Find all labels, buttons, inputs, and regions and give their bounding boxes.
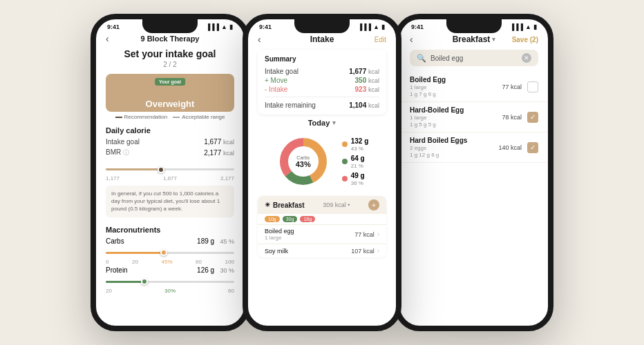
legend-recommendation: Recommendation <box>115 114 168 120</box>
status-time-1: 9:41 <box>107 23 120 30</box>
battery-icon-2: ▮ <box>381 23 385 30</box>
phone3-screen: ‹ Breakfast ▾ Save (2) 🔍 Boiled egg ✕ Bo… <box>400 32 548 319</box>
p1-info-box: In general, if you cut 500 to 1,000 calo… <box>106 186 234 217</box>
p1-protein-slider[interactable] <box>96 275 244 288</box>
p1-bmr-label: BMR ⓘ <box>106 148 129 157</box>
p2-meal-section: ☀ Breakfast 309 kcal • + 10g 30g 18g Boi… <box>258 196 386 257</box>
p1-header: ‹ 9 Block Therapy <box>96 32 244 46</box>
p1-slider-labels: 1,177 1,677 2,177 <box>96 175 244 181</box>
status-icons-1: ▐▐▐ ▲ ▮ <box>206 23 233 30</box>
phone2-screen: ‹ Intake Edit Summary Intake goal 1,677 … <box>248 32 396 319</box>
p2-food-item-1[interactable]: Boiled egg 1 large 77 kcal › <box>258 224 386 244</box>
p3-save-button[interactable]: Save (2) <box>512 36 538 43</box>
wifi-icon: ▲ <box>221 23 227 30</box>
p3-header: ‹ Breakfast ▾ Save (2) <box>400 32 548 47</box>
signal-icon-2: ▐▐▐ <box>358 23 371 30</box>
p2-donut-chart: Carbs 43% <box>276 134 331 189</box>
p2-header-title: Intake <box>310 34 334 44</box>
p3-food2-kcal: 78 kcal <box>502 114 522 121</box>
notch-1 <box>142 19 198 33</box>
battery-icon: ▮ <box>229 23 233 30</box>
p3-food3-kcal: 140 kcal <box>498 144 522 151</box>
p3-search-bar[interactable]: 🔍 Boiled egg ✕ <box>410 50 538 66</box>
p2-intake-row: Intake goal 1,677 kcal <box>265 67 379 76</box>
p2-food-item-2[interactable]: Soy milk 107 kcal › <box>258 244 386 257</box>
back-arrow-1[interactable]: ‹ <box>106 33 109 44</box>
p2-macro-fat: 49 g 36 % <box>342 172 369 186</box>
donut-label: Carbs 43% <box>296 155 311 168</box>
p2-remaining-row: Intake remaining 1,104 kcal <box>265 100 379 109</box>
p1-step: 2 / 2 <box>96 61 244 68</box>
p3-food1-checkbox[interactable] <box>527 81 538 92</box>
notch-3 <box>446 19 502 33</box>
p2-meal-header: ☀ Breakfast 309 kcal • + <box>258 196 386 214</box>
p2-today-header: Today ▾ <box>258 119 386 127</box>
p2-summary-box: Summary Intake goal 1,677 kcal + Move 35… <box>258 50 386 115</box>
phone1-screen: ‹ 9 Block Therapy Set your intake goal 2… <box>96 32 244 319</box>
phone-3: 9:41 ▐▐▐ ▲ ▮ ‹ Breakfast ▾ Save (2) 🔍 Bo… <box>395 14 553 331</box>
p1-protein-row: Protein 126 g 30 % <box>96 265 244 275</box>
p3-clear-button[interactable]: ✕ <box>522 53 531 63</box>
p1-intake-label: Intake goal <box>106 138 140 146</box>
notch-2 <box>294 19 350 33</box>
p1-protein-labels: 2030%60 <box>96 288 244 294</box>
battery-icon-3: ▮ <box>533 23 537 30</box>
p1-main-title: Set your intake goal <box>96 46 244 61</box>
p3-food-item-1[interactable]: Boiled Egg 1 large 1 g 7 g 6 g 77 kcal <box>400 72 548 102</box>
p2-move-row: + Move 350 kcal <box>265 76 379 85</box>
p2-tag-protein: 30g <box>283 216 298 222</box>
p1-calorie-slider[interactable] <box>96 159 244 175</box>
p2-today-section: Today ▾ Carbs 43% <box>258 119 386 192</box>
signal-icon: ▐▐▐ <box>206 23 219 30</box>
p3-food-item-3[interactable]: Hard Boiled Eggs 2 eggs 1 g 12 g 8 g 140… <box>400 132 548 163</box>
p3-header-title: Breakfast ▾ <box>453 34 496 44</box>
p2-summary-title: Summary <box>265 55 379 63</box>
p3-search-text: Boiled egg <box>430 55 518 62</box>
p2-food1-kcal: 77 kcal › <box>354 230 379 238</box>
legend-range: Acceptable range <box>173 114 225 120</box>
p2-macro-tags: 10g 30g 18g <box>258 214 386 224</box>
back-arrow-3[interactable]: ‹ <box>410 34 413 45</box>
status-time-2: 9:41 <box>259 23 272 30</box>
p1-intake-goal-row: Intake goal 1,677 kcal <box>96 137 244 147</box>
back-arrow-2[interactable]: ‹ <box>258 34 261 45</box>
p2-macro-carbs: 132 g 43 % <box>342 137 369 152</box>
p1-daily-section: Daily calorie <box>96 122 244 137</box>
p2-tag-carbs: 10g <box>265 216 280 222</box>
p1-header-title: 9 Block Therapy <box>141 34 200 43</box>
p1-bmr-value: 2,177 kcal <box>204 149 234 157</box>
wifi-icon-3: ▲ <box>525 23 531 30</box>
p1-overweight-label: Overweight <box>146 99 195 109</box>
p2-meal-name: ☀ Breakfast <box>265 201 305 209</box>
p1-carbs-labels: 02045%60100 <box>96 259 244 265</box>
p1-bmr-row: BMR ⓘ 2,177 kcal <box>96 147 244 159</box>
p1-badge: Your goal <box>155 78 185 86</box>
phone-2: 9:41 ▐▐▐ ▲ ▮ ‹ Intake Edit Summary Intak… <box>243 14 401 331</box>
p3-food3-checkbox[interactable] <box>527 142 538 153</box>
status-time-3: 9:41 <box>411 23 424 30</box>
p2-intake-used-row: - Intake 923 kcal <box>265 85 379 94</box>
p2-meal-kcal: 309 kcal • <box>323 201 350 208</box>
p1-macro-section: Macronutrients <box>96 221 244 236</box>
p3-food-list: Boiled Egg 1 large 1 g 7 g 6 g 77 kcal H… <box>400 69 548 166</box>
p1-carbs-slider[interactable] <box>96 246 244 259</box>
p1-chart-area: Your goal Overweight <box>106 74 234 112</box>
p2-macros-legend: 132 g 43 % 64 g 21 % <box>342 137 369 186</box>
p3-food2-checkbox[interactable] <box>527 112 538 123</box>
p1-legend: Recommendation Acceptable range <box>96 114 244 120</box>
p1-carbs-row: Carbs 189 g 45 % <box>96 236 244 246</box>
p2-macro-protein: 64 g 21 % <box>342 155 369 169</box>
wifi-icon-2: ▲ <box>373 23 379 30</box>
phone-1: 9:41 ▐▐▐ ▲ ▮ ‹ 9 Block Therapy Set your … <box>91 14 249 331</box>
p1-intake-value: 1,677 kcal <box>204 138 234 146</box>
p2-food2-kcal: 107 kcal › <box>351 247 379 255</box>
search-icon: 🔍 <box>417 54 426 63</box>
p2-chart-container: Carbs 43% 132 g 43 % <box>258 131 386 192</box>
p2-tag-fat: 18g <box>300 216 315 222</box>
p3-food1-kcal: 77 kcal <box>502 83 522 90</box>
p2-edit-button[interactable]: Edit <box>375 36 386 43</box>
p3-food-item-2[interactable]: Hard-Boiled Egg 1 large 1 g 5 g 5 g 78 k… <box>400 102 548 132</box>
signal-icon-3: ▐▐▐ <box>510 23 523 30</box>
p2-add-food-button[interactable]: + <box>368 199 379 210</box>
p2-header: ‹ Intake Edit <box>248 32 396 47</box>
